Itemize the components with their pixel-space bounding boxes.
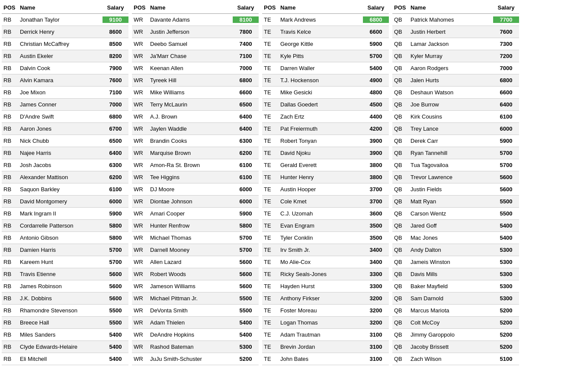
cell-player-name: Kareem Hunt [18,259,103,265]
cell-salary: 3100 [363,344,389,350]
cell-player-name: Travis Etienne [18,271,103,277]
cell-player-name: Antonio Gibson [18,235,103,241]
cell-player-name: Mike Gesicki [279,89,363,96]
cell-salary: 6800 [493,77,519,84]
cell-salary: 5700 [493,150,519,156]
table-row: TEDarren Waller5400 [262,62,389,74]
table-row: TETyler Conklin3500 [262,232,389,244]
table-row: QBJameis Winston5300 [392,256,519,268]
cell-player-name: Joe Mixon [18,89,103,96]
cell-player-name: Hunter Renfrow [148,222,233,229]
table-row: RBJ.K. Dobbins5600 [2,292,128,305]
table-row: QBJimmy Garoppolo5200 [392,329,519,341]
cell-salary: 7100 [233,53,259,59]
cell-player-name: Zach Wilson [409,356,493,362]
cell-position: TE [262,356,279,362]
cell-salary: 5400 [493,222,519,229]
table-row: TEHunter Henry3800 [262,171,389,183]
table-row: TEMo Alie-Cox3400 [262,256,389,268]
table-row: QBDavis Mills5300 [392,268,519,280]
cell-salary: 7800 [233,29,259,35]
table-row: RBRhamondre Stevenson5500 [2,305,128,317]
cell-position: RB [2,186,18,193]
cell-player-name: Aaron Rodgers [409,65,493,71]
cell-salary: 4500 [363,101,389,108]
cell-salary: 5300 [493,247,519,253]
cell-player-name: Andy Dalton [409,247,493,253]
cell-player-name: A.J. Brown [148,113,233,120]
cell-position: WR [132,53,148,59]
cell-player-name: Jared Goff [409,222,493,229]
cell-salary: 5100 [493,356,519,362]
cell-salary: 5400 [233,319,259,326]
cell-salary: 5300 [233,344,259,350]
table-row: RBDalvin Cook7900 [2,62,128,74]
cell-player-name: Damien Harris [18,247,103,253]
cell-position: QB [392,295,409,302]
cell-position: RB [2,259,18,265]
cell-position: TE [262,222,279,229]
cell-salary: 5400 [493,235,519,241]
cell-position: WR [132,113,148,120]
cell-position: WR [132,162,148,168]
cell-position: WR [132,138,148,144]
cell-position: QB [392,101,409,108]
cell-position: QB [392,174,409,180]
table-row: QBRyan Tannehill5700 [392,147,519,159]
header-te: POSNameSalary [262,2,389,14]
table-row: RBChristian McCaffrey8500 [2,38,128,50]
cell-player-name: Davis Mills [409,271,493,277]
cell-player-name: Austin Hooper [279,186,363,193]
cell-player-name: C.J. Uzomah [279,210,363,217]
cell-salary: 5300 [493,271,519,277]
cell-player-name: Deshaun Watson [409,89,493,96]
table-row: TEDallas Goedert4500 [262,99,389,111]
cell-salary: 8200 [103,53,128,59]
cell-position: QB [392,210,409,217]
cell-player-name: Eli Mitchell [18,356,103,362]
cell-position: WR [132,356,148,362]
table-row: TEAnthony Firkser3200 [262,292,389,305]
cell-salary: 5400 [363,65,389,71]
cell-player-name: Patrick Mahomes [409,16,493,23]
table-row: QBDeshaun Watson6600 [392,87,519,99]
table-row: TEFoster Moreau3200 [262,305,389,317]
cell-position: QB [392,53,409,59]
cell-position: QB [392,186,409,193]
cell-position: TE [262,235,279,241]
cell-salary: 5300 [493,259,519,265]
cell-player-name: Trevor Lawrence [409,174,493,180]
cell-salary: 5200 [233,356,259,362]
cell-player-name: David Njoku [279,150,363,156]
cell-position: WR [132,331,148,338]
cell-salary: 3800 [363,162,389,168]
table-row: WRAmari Cooper5900 [132,208,259,220]
cell-position: WR [132,319,148,326]
table-row: QBJustin Fields5600 [392,183,519,196]
cell-salary: 3300 [363,271,389,277]
cell-salary: 6200 [233,150,259,156]
cell-position: QB [392,77,409,84]
cell-position: TE [262,186,279,193]
cell-position: WR [132,271,148,277]
cell-salary: 5700 [493,162,519,168]
cell-player-name: Jaylen Waddle [148,125,233,132]
cell-player-name: Clyde Edwards-Helaire [18,344,103,350]
table-row: WRHunter Renfrow5800 [132,220,259,232]
cell-player-name: D'Andre Swift [18,113,103,120]
cell-salary: 5200 [493,307,519,314]
cell-position: QB [392,89,409,96]
cell-position: TE [262,150,279,156]
table-row: RBJonathan Taylor9100 [2,14,128,26]
cell-position: RB [2,125,18,132]
cell-player-name: Nick Chubb [18,138,103,144]
table-row: QBMarcus Mariota5200 [392,305,519,317]
cell-position: QB [392,235,409,241]
table-row: RBAustin Ekeler8200 [2,50,128,62]
cell-player-name: Matt Ryan [409,198,493,205]
cell-player-name: Najee Harris [18,150,103,156]
header-salary-label: Salary [103,4,128,11]
cell-salary: 6200 [103,174,128,180]
cell-salary: 7200 [493,53,519,59]
cell-position: QB [392,283,409,289]
